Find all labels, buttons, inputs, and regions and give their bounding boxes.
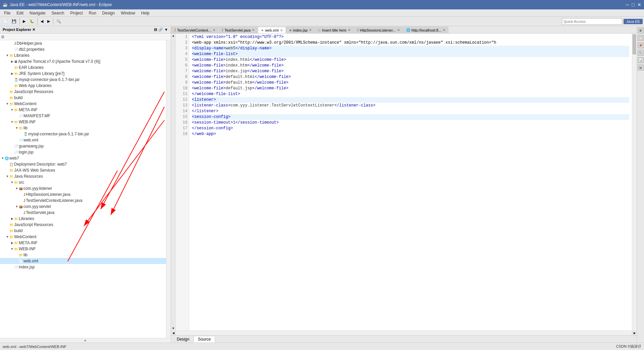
- tree-item[interactable]: ▼🌐web7: [0, 155, 166, 161]
- tree-item[interactable]: ▼📁WEB-INF: [0, 119, 166, 125]
- tree-item[interactable]: JDbHelper.java: [0, 40, 166, 46]
- tree-item[interactable]: 🫙mysql-connector-java-5.1.7-bin.jar: [0, 131, 166, 137]
- menu-navigate[interactable]: Navigate: [27, 10, 48, 16]
- tree-toggle[interactable]: ▼: [15, 126, 19, 130]
- hscroll-right-btn[interactable]: ▶: [632, 331, 637, 336]
- tree-toggle[interactable]: ▼: [10, 181, 14, 184]
- explorer-vscroll[interactable]: [166, 40, 171, 338]
- tree-toggle[interactable]: ▼: [15, 205, 19, 208]
- tab-close-btn[interactable]: ✕: [280, 29, 283, 32]
- link-icon[interactable]: 🔗: [158, 28, 163, 32]
- tree-toggle[interactable]: ▼: [5, 235, 9, 238]
- tree-toggle[interactable]: ▶: [10, 241, 14, 245]
- menu-project[interactable]: Project: [67, 10, 85, 16]
- editor-tab-tab-testservlet[interactable]: J TestServlet.java ✕: [219, 27, 258, 33]
- filter-icon[interactable]: ⊡: [1, 35, 4, 39]
- collapse-all-icon[interactable]: ⊟: [154, 28, 157, 32]
- tree-toggle[interactable]: ▼: [10, 108, 14, 112]
- editor-tab-tab-httpsession[interactable]: J HttpSessionListener... ✕: [354, 27, 403, 33]
- right-sidebar-btn-4[interactable]: 🔧: [638, 50, 644, 56]
- tree-item[interactable]: JTestServlet.java: [0, 210, 166, 216]
- editor-tab-tab-insert-title[interactable]: ◇ Insert title here ✕: [315, 27, 354, 33]
- design-tab[interactable]: Design: [172, 336, 194, 343]
- tree-item[interactable]: 📄db2.properties: [0, 46, 166, 52]
- tree-item[interactable]: ▶📁JRE System Library [jre7]: [0, 71, 166, 77]
- editor-tab-tab-localhost[interactable]: 🌐 http://localhost:8... ✕: [403, 27, 448, 33]
- tree-item[interactable]: 📁Web App Libraries: [0, 83, 166, 89]
- tree-item[interactable]: 📁lib: [0, 252, 166, 258]
- tab-close-btn[interactable]: ✕: [213, 28, 215, 32]
- tree-item[interactable]: 📋Deployment Descriptor: web7: [0, 161, 166, 167]
- editor-tab-tab-webxml[interactable]: ✦ web.xml ✕: [258, 27, 285, 34]
- tab-close-btn[interactable]: ✕: [309, 28, 312, 32]
- tree-item[interactable]: ▼📁src: [0, 179, 166, 185]
- tree-item[interactable]: ▼📁WebContent: [0, 101, 166, 107]
- debug-button[interactable]: 🐛: [28, 18, 36, 25]
- tree-item[interactable]: ▼📁WEB-INF: [0, 246, 166, 252]
- search-button[interactable]: 🔍: [55, 18, 63, 25]
- tree-item[interactable]: 📁build: [0, 228, 166, 234]
- tab-close-btn[interactable]: ✕: [252, 28, 255, 32]
- minimize-button[interactable]: ─: [626, 2, 629, 7]
- menu-search[interactable]: Search: [49, 10, 67, 16]
- tree-item[interactable]: 📄web.xml: [0, 137, 166, 143]
- explorer-menu-icon[interactable]: ▼: [164, 28, 168, 32]
- tab-close-btn[interactable]: ✕: [397, 28, 400, 32]
- tree-item[interactable]: ▼📁Libraries: [0, 52, 166, 58]
- tree-toggle[interactable]: ▼: [10, 120, 14, 124]
- back-button[interactable]: ◀: [39, 18, 45, 25]
- tree-item[interactable]: 📄MANIFEST.MF: [0, 113, 166, 119]
- tree-item[interactable]: JHttpSessionListener.java: [0, 191, 166, 198]
- tree-item[interactable]: ▶🖥Apache Tomcat v7.0 [Apache Tomcat v7.0…: [0, 58, 166, 64]
- tab-close-btn[interactable]: ✕: [348, 28, 351, 32]
- tree-item[interactable]: ▼📦com.yyy.listener: [0, 185, 166, 191]
- right-sidebar-btn-5[interactable]: 📊: [638, 57, 644, 63]
- editor-hscroll[interactable]: ◀ ▶: [171, 331, 637, 335]
- close-button[interactable]: ✕: [637, 2, 641, 7]
- menu-window[interactable]: Window: [118, 10, 138, 16]
- tree-item[interactable]: 📄guanwang.jsp: [0, 143, 166, 149]
- tree-item[interactable]: 📄web.xml: [0, 258, 166, 264]
- tree-toggle[interactable]: ▶: [10, 217, 14, 220]
- menu-help[interactable]: Help: [139, 10, 152, 16]
- tree-toggle[interactable]: ▶: [10, 72, 14, 75]
- tree-item[interactable]: ▼📁WebContent: [0, 234, 166, 240]
- tree-toggle[interactable]: ▼: [1, 157, 5, 160]
- tree-item[interactable]: 📁JavaScript Resources: [0, 89, 166, 95]
- editor-tab-tab-testservlet-ctx[interactable]: J TestServletContext... ✕: [171, 27, 218, 33]
- tab-close-btn[interactable]: ✕: [443, 28, 445, 32]
- tree-item[interactable]: ▼📦com.yyy.servlet: [0, 204, 166, 210]
- quick-access-input[interactable]: [562, 18, 622, 25]
- tree-item[interactable]: ▶📁META-INF: [0, 240, 166, 246]
- hscroll-left-btn[interactable]: ◀: [171, 331, 176, 336]
- tree-item[interactable]: 📄index.jsp: [0, 264, 166, 270]
- tree-toggle[interactable]: ▼: [5, 54, 9, 57]
- code-content[interactable]: <?xml version="1.0" encoding="UTF-8"?><w…: [189, 34, 632, 331]
- tree-item[interactable]: 📁EAR Libraries: [0, 64, 166, 71]
- right-sidebar-btn-2[interactable]: 📋: [638, 35, 644, 41]
- tree-toggle[interactable]: ▼: [15, 187, 19, 190]
- tree-item[interactable]: 📁JavaScript Resources: [0, 222, 166, 228]
- tree-toggle[interactable]: ▼: [10, 247, 14, 251]
- menu-design[interactable]: Design: [100, 10, 117, 16]
- forward-button[interactable]: ▶: [46, 18, 52, 25]
- tree-item[interactable]: 📁JAX-WS Web Services: [0, 167, 166, 173]
- tree-item[interactable]: ▼📁Java Resources: [0, 173, 166, 179]
- explorer-hscroll[interactable]: ▶: [0, 338, 171, 343]
- menu-run[interactable]: Run: [86, 10, 99, 16]
- new-button[interactable]: 📄: [1, 18, 9, 25]
- tree-item[interactable]: 🫙mysql-connector-java-5.1.7-bin.jar: [0, 77, 166, 83]
- tree-item[interactable]: ▶📁Libraries: [0, 216, 166, 222]
- tree-item[interactable]: ▼📁lib: [0, 125, 166, 131]
- editor-tab-tab-indexjsp[interactable]: ◈ index.jsp ✕: [286, 27, 315, 33]
- editor-left-scroll[interactable]: ▲ ▼: [171, 34, 176, 331]
- run-button[interactable]: ▶: [21, 18, 27, 25]
- tree-toggle[interactable]: ▶: [10, 60, 14, 63]
- title-bar-controls[interactable]: ─ □ ✕: [626, 2, 641, 7]
- maximize-button[interactable]: □: [632, 2, 635, 7]
- menu-file[interactable]: File: [1, 10, 13, 16]
- tree-toggle[interactable]: ▼: [5, 175, 9, 178]
- save-button[interactable]: 💾: [10, 18, 18, 25]
- editor-vscroll[interactable]: [632, 34, 637, 331]
- tree-item[interactable]: 📁build: [0, 95, 166, 101]
